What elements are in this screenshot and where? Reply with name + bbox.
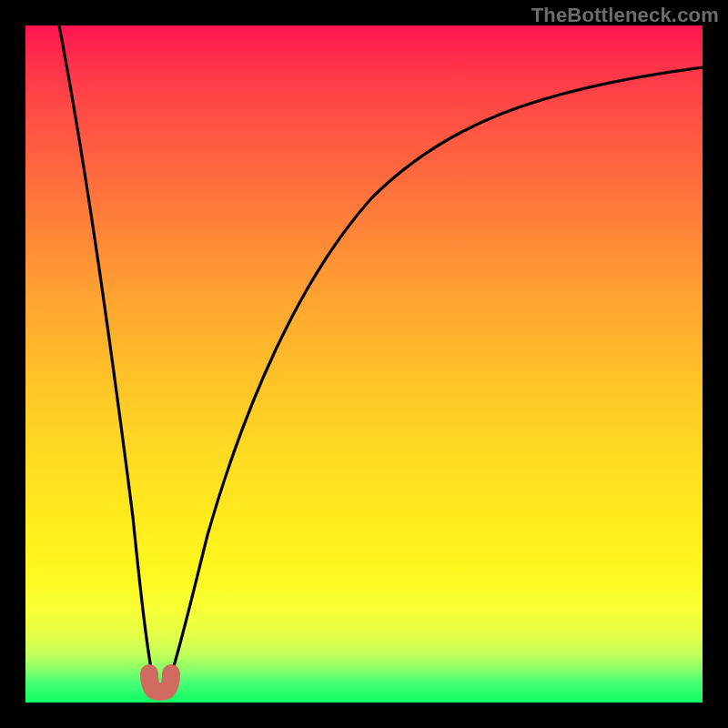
curve-path — [59, 25, 703, 692]
gradient-plot-area — [25, 25, 703, 703]
optimum-marker — [149, 673, 171, 692]
outer-frame: TheBottleneck.com — [0, 0, 728, 728]
watermark-text: TheBottleneck.com — [531, 4, 719, 27]
bottleneck-curve — [25, 25, 703, 703]
